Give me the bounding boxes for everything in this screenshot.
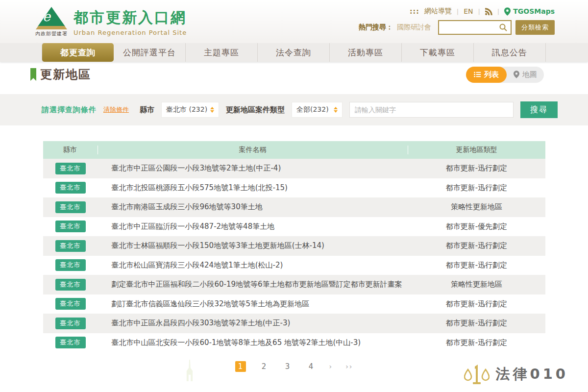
table-row[interactable]: 臺北市 臺北市松山區寶清段三小段424地號1筆土地(松山-2) 都市更新-迅行劃…	[43, 256, 545, 275]
last-page-button[interactable]: ››	[345, 363, 353, 370]
hot-search-keyword[interactable]: 國際研討會	[397, 23, 431, 32]
page-number[interactable]: 2	[259, 361, 270, 372]
hot-search-bar: 熱門搜尋： 國際研討會 分類檢索	[359, 20, 555, 35]
header-type: 更新地區類型	[408, 146, 545, 154]
nav-item[interactable]: 活動專區	[330, 43, 402, 62]
page-number[interactable]: 3	[282, 361, 293, 372]
category-search-button[interactable]: 分類檢索	[515, 20, 555, 35]
header-search-input[interactable]	[439, 21, 496, 34]
case-type: 都市更新-迅行劃定	[408, 338, 545, 347]
filter-title: 請選擇查詢條件	[42, 105, 97, 115]
view-toggle: 列表 地圖	[466, 67, 544, 83]
county-badge: 臺北市	[55, 163, 86, 174]
utility-bar: ::: 網站導覽 | EN | | TGOSMaps	[410, 7, 555, 16]
accesskey-link[interactable]: :::	[410, 7, 419, 15]
case-name[interactable]: 臺北市南港區玉成段三小段96地號等30筆土地	[98, 202, 408, 212]
nav-item[interactable]: 主題專區	[186, 43, 258, 62]
list-view-button[interactable]: 列表	[466, 67, 507, 83]
county-badge: 臺北市	[55, 240, 86, 252]
map-view-button[interactable]: 地圖	[507, 67, 544, 83]
case-type: 都市更新-迅行劃定	[408, 299, 545, 309]
case-name[interactable]: 臺北市中正區臨沂段一小段487-2地號等48筆土地	[98, 222, 408, 231]
county-badge: 臺北市	[55, 259, 86, 271]
sitemap-link[interactable]: 網站導覽	[424, 7, 452, 16]
header-search-button[interactable]	[496, 21, 511, 34]
table-row[interactable]: 臺北市 臺北市南港區玉成段三小段96地號等30筆土地 策略性更新地區	[43, 197, 545, 217]
results-table: 縣市 案件名稱 更新地區類型 臺北市 臺北市中正區公園段一小段3地號等2筆土地(…	[43, 141, 545, 352]
county-badge: 臺北市	[55, 201, 86, 213]
table-row[interactable]: 臺北市 劃訂臺北市信義區逸仙段三小段32地號等5筆土地為更新地區 都市更新-迅行…	[43, 294, 545, 314]
table-row[interactable]: 臺北市 臺北市士林區福順段一小段150地號等3筆土地更新地區(士林-14) 都市…	[43, 236, 545, 256]
county-select[interactable]: 臺北市 (232)	[161, 102, 219, 118]
keyword-input[interactable]	[349, 102, 514, 118]
type-label: 更新地區案件類型	[226, 105, 285, 115]
case-name[interactable]: 臺北市士林區福順段一小段150地號等3筆土地更新地區(士林-14)	[98, 241, 408, 250]
page-title: 更新地區	[40, 67, 91, 82]
site-title: 都市更新入口網	[74, 8, 187, 28]
county-badge: 臺北市	[55, 337, 86, 348]
county-badge: 臺北市	[55, 298, 86, 310]
type-select[interactable]: 全部(232)	[292, 102, 343, 118]
page-number[interactable]: 4	[306, 361, 317, 372]
nav-item[interactable]: 訊息公告	[474, 43, 546, 62]
case-name[interactable]: 臺北市中正區公園段一小段3地號等2筆土地(中正-4)	[98, 164, 408, 173]
next-page-button[interactable]: ›	[329, 363, 333, 370]
table-row[interactable]: 臺北市 臺北市中正區臨沂段一小段487-2地號等48筆土地 都市更新-優先劃定	[43, 217, 545, 237]
agency-name: 內政部營建署	[35, 30, 68, 37]
case-name[interactable]: 臺北市中正區永昌段四小段303地號等2筆土地(中正-3)	[98, 318, 408, 328]
agency-emblem-icon: e 內政部營建署	[35, 7, 68, 37]
scales-icon	[464, 364, 490, 385]
case-type: 都市更新-迅行劃定	[408, 318, 545, 328]
site-subtitle: Urban Regeneration Portal Site	[74, 29, 187, 36]
clear-filters-link[interactable]: 清除條件	[103, 105, 129, 114]
table-row[interactable]: 臺北市 臺北市中正區公園段一小段3地號等2筆土地(中正-4) 都市更新-迅行劃定	[43, 159, 545, 178]
table-row[interactable]: 臺北市 臺北市中山區北安段一小段60-1地號等8筆土地及65 地號等2筆土地(中…	[43, 333, 545, 353]
tgosmaps-link[interactable]: TGOSMaps	[504, 7, 555, 16]
nav-item[interactable]: 公開評選平台	[114, 43, 186, 62]
main-nav: 都更查詢 公開評選平台 主題專區 法令查詢 活動專區 下載專區 訊息公告	[0, 43, 588, 62]
language-link[interactable]: EN	[464, 7, 473, 15]
table-row[interactable]: 臺北市 臺北市北投區桃源段五小段575地號1筆土地(北投-15) 都市更新-迅行…	[43, 178, 545, 198]
header-case-name: 案件名稱	[98, 146, 408, 154]
nav-item[interactable]: 下載專區	[402, 43, 474, 62]
rss-icon	[485, 8, 492, 15]
search-button[interactable]: 搜尋	[520, 101, 558, 118]
case-type: 都市更新-優先劃定	[408, 222, 545, 231]
case-name[interactable]: 臺北市中山區北安段一小段60-1地號等8筆土地及65 地號等2筆土地(中山-3)	[98, 338, 408, 347]
case-type: 策略性更新地區	[408, 280, 545, 289]
site-header: e 內政部營建署 都市更新入口網 Urban Regeneration Port…	[0, 0, 588, 43]
site-logo[interactable]: e 內政部營建署 都市更新入口網 Urban Regeneration Port…	[20, 7, 187, 37]
map-pin-icon	[514, 71, 519, 78]
case-type: 策略性更新地區	[408, 202, 545, 212]
nav-item[interactable]: 法令查詢	[258, 43, 330, 62]
table-header: 縣市 案件名稱 更新地區類型	[43, 141, 545, 159]
county-badge: 臺北市	[55, 220, 86, 232]
header-county: 縣市	[43, 146, 98, 154]
filter-band: 請選擇查詢條件 清除條件 縣市 臺北市 (232) 更新地區案件類型 全部(23…	[0, 94, 588, 125]
page-title-row: 更新地區 列表 地圖	[0, 62, 588, 87]
magnifier-icon	[499, 24, 507, 31]
case-name[interactable]: 臺北市松山區寶清段三小段424地號1筆土地(松山-2)	[98, 261, 408, 270]
case-name[interactable]: 劃定臺北市中正區福和段二小段60-19地號等6筆土地都市更新地區暨訂定都市更新計…	[98, 280, 408, 289]
bookmark-icon	[30, 68, 36, 81]
nav-item[interactable]: 都更查詢	[42, 43, 114, 62]
case-name[interactable]: 劃訂臺北市信義區逸仙段三小段32地號等5筆土地為更新地區	[98, 299, 408, 309]
map-pin-icon	[504, 7, 511, 16]
case-name[interactable]: 臺北市北投區桃源段五小段575地號1筆土地(北投-15)	[98, 183, 408, 193]
county-badge: 臺北市	[55, 279, 86, 291]
county-badge: 臺北市	[55, 182, 86, 194]
table-row[interactable]: 臺北市 臺北市中正區永昌段四小段303地號等2筆土地(中正-3) 都市更新-迅行…	[43, 314, 545, 333]
case-type: 都市更新-迅行劃定	[408, 241, 545, 250]
case-type: 都市更新-迅行劃定	[408, 261, 545, 270]
list-icon	[474, 72, 481, 77]
hot-search-label: 熱門搜尋：	[359, 23, 393, 32]
case-type: 都市更新-迅行劃定	[408, 164, 545, 173]
footer-brand-text: 法律010	[495, 365, 568, 384]
rss-link[interactable]	[485, 8, 492, 15]
table-body: 臺北市 臺北市中正區公園段一小段3地號等2筆土地(中正-4) 都市更新-迅行劃定…	[43, 159, 545, 352]
footer-brand: 法律010	[464, 364, 568, 385]
page-number[interactable]: 1	[235, 361, 246, 372]
table-row[interactable]: 臺北市 劃定臺北市中正區福和段二小段60-19地號等6筆土地都市更新地區暨訂定都…	[43, 275, 545, 294]
county-badge: 臺北市	[55, 318, 86, 329]
select-arrows-icon	[210, 107, 214, 113]
